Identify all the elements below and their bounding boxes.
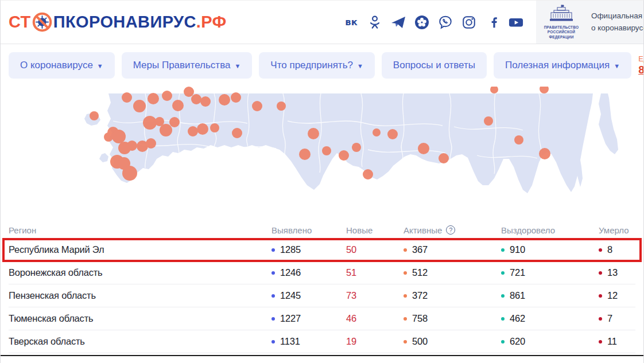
col-header-recovered: Выздоровело: [494, 225, 592, 235]
confirmed-dot-icon: [271, 271, 275, 275]
table-row[interactable]: Пензенская область 1245 73 372 861 12: [9, 284, 635, 307]
regions-table: Регион Выявлено Новые Активные ? Выздоро…: [1, 221, 643, 353]
confirmed-cell: 1131: [265, 336, 339, 347]
region-name: Тверская область: [9, 336, 265, 347]
active-cell: 372: [397, 290, 494, 301]
new-cell: 19: [339, 336, 397, 347]
died-dot-icon: [599, 248, 602, 252]
no-virus-icon: [32, 11, 53, 33]
active-cell: 512: [397, 267, 494, 278]
site-logo[interactable]: СТ ПКОРОНАВИРУС.РФ: [9, 11, 227, 33]
emblem-caption-line3: ФЕДЕРАЦИИ: [543, 35, 580, 40]
chevron-down-icon: ▼: [614, 63, 620, 69]
chevron-down-icon: ▼: [357, 63, 363, 69]
facebook-icon[interactable]: [485, 15, 500, 30]
col-header-active: Активные ?: [397, 225, 494, 235]
vk-icon[interactable]: вк: [344, 15, 359, 30]
russia-map[interactable]: [1, 87, 643, 214]
logo-text-middle: ПКОРОНАВИРУС: [53, 13, 196, 32]
chevron-down-icon: ▼: [234, 63, 240, 69]
table-row[interactable]: Тюменская область 1227 46 758 462 7: [9, 307, 635, 330]
new-cell: 51: [339, 267, 397, 278]
instagram-icon[interactable]: [461, 15, 476, 30]
confirmed-dot-icon: [271, 294, 275, 298]
died-dot-icon: [599, 271, 602, 275]
col-header-confirmed: Выявлено: [265, 225, 339, 235]
active-cell: 367: [397, 244, 494, 255]
hotline-phone-link[interactable]: 8-800-200: [638, 64, 644, 76]
died-dot-icon: [599, 340, 602, 344]
recovered-dot-icon: [501, 294, 505, 298]
recovered-dot-icon: [501, 248, 505, 252]
page: СТ ПКОРОНАВИРУС.РФ вк: [0, 0, 644, 363]
social-links: вк: [344, 15, 523, 30]
official-info-text: Официальная инф о коронавирусе в: [591, 10, 643, 34]
map-crimea: [99, 153, 108, 162]
died-cell: 12: [592, 290, 635, 301]
active-cell: 758: [397, 313, 494, 324]
nav-item-government-measures[interactable]: Меры Правительства▼: [122, 52, 253, 79]
col-header-died: Умерло: [592, 225, 635, 235]
map-kamchatka: [599, 93, 618, 154]
main-nav: О коронавирусе▼ Меры Правительства▼ Что …: [1, 44, 643, 87]
confirmed-dot-icon: [271, 317, 275, 321]
died-dot-icon: [599, 317, 602, 321]
hotline-block: Единая горяч 8-800-200: [638, 54, 644, 76]
window-bottom-edge: [1, 355, 643, 356]
died-cell: 13: [592, 267, 635, 278]
logo-text-prefix: СТ: [9, 13, 31, 32]
active-cell: 500: [397, 336, 494, 347]
recovered-cell: 721: [494, 267, 592, 278]
recovered-cell: 620: [494, 336, 592, 347]
col-header-region: Регион: [9, 225, 265, 235]
col-header-new: Новые: [339, 225, 397, 235]
recovered-dot-icon: [501, 340, 505, 344]
nav-item-questions-answers[interactable]: Вопросы и ответы: [382, 52, 487, 79]
died-cell: 7: [592, 313, 635, 324]
confirmed-cell: 1227: [265, 313, 339, 324]
recovered-dot-icon: [501, 271, 505, 275]
died-dot-icon: [599, 294, 602, 298]
new-cell: 50: [339, 244, 397, 255]
confirmed-dot-icon: [271, 340, 275, 344]
emblem-caption-line2: РОССИЙСКОЙ: [543, 30, 580, 34]
new-cell: 46: [339, 313, 397, 324]
nav-item-about-coronavirus[interactable]: О коронавирусе▼: [9, 52, 115, 79]
nav-item-useful-info[interactable]: Полезная информация▼: [494, 52, 631, 79]
chevron-down-icon: ▼: [97, 63, 103, 69]
site-header: СТ ПКОРОНАВИРУС.РФ вк: [1, 1, 643, 44]
active-help-icon[interactable]: ?: [446, 225, 455, 235]
map-sakhalin: [576, 155, 583, 187]
region-name: Республика Марий Эл: [9, 244, 265, 255]
recovered-cell: 462: [494, 313, 592, 324]
recovered-dot-icon: [501, 317, 505, 321]
government-banner[interactable]: ПРАВИТЕЛЬСТВО РОССИЙСКОЙ ФЕДЕРАЦИИ Офици…: [536, 1, 643, 44]
viber-icon[interactable]: [438, 15, 453, 30]
region-name: Тюменская область: [9, 313, 265, 324]
table-header-row: Регион Выявлено Новые Активные ? Выздоро…: [9, 221, 635, 239]
confirmed-cell: 1246: [265, 267, 339, 278]
logo-text-suffix: .РФ: [196, 13, 227, 32]
confirmed-cell: 1285: [265, 244, 339, 255]
table-row[interactable]: Тверская область 1131 19 500 620 11: [9, 330, 635, 353]
hotline-label: Единая горяч: [638, 54, 644, 63]
table-row[interactable]: Воронежская область 1246 51 512 721 13: [9, 261, 635, 284]
confirmed-cell: 1245: [265, 290, 339, 301]
table-row[interactable]: Республика Марий Эл 1285 50 367 910 8: [9, 239, 635, 261]
region-name: Пензенская область: [9, 290, 265, 301]
odnoklassniki-icon[interactable]: [367, 15, 382, 30]
government-emblem: ПРАВИТЕЛЬСТВО РОССИЙСКОЙ ФЕДЕРАЦИИ: [543, 5, 580, 39]
dzen-icon[interactable]: [414, 15, 429, 30]
new-cell: 73: [339, 290, 397, 301]
youtube-icon[interactable]: [509, 15, 523, 30]
region-name: Воронежская область: [9, 267, 265, 278]
active-dot-icon: [404, 271, 407, 275]
active-dot-icon: [404, 317, 407, 321]
nav-item-what-to-do[interactable]: Что предпринять?▼: [259, 52, 375, 79]
svg-text:вк: вк: [345, 17, 357, 28]
died-cell: 8: [592, 244, 635, 255]
active-dot-icon: [404, 294, 407, 298]
telegram-icon[interactable]: [391, 15, 406, 30]
died-cell: 11: [592, 336, 635, 347]
confirmed-dot-icon: [271, 248, 275, 252]
